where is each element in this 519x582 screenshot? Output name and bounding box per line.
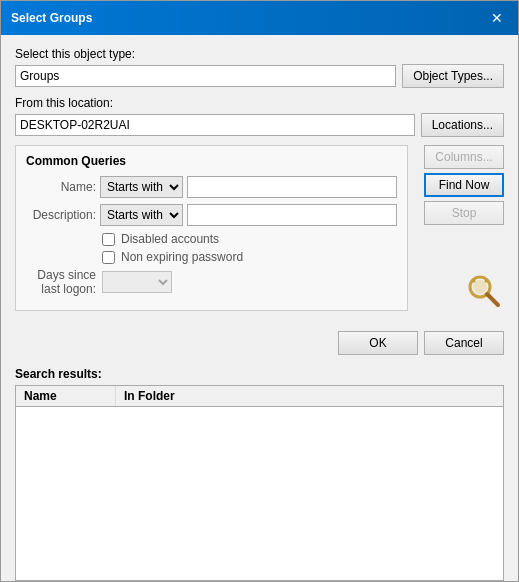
object-type-input[interactable] xyxy=(15,65,396,87)
description-label: Description: xyxy=(26,208,96,222)
col-in-folder: In Folder xyxy=(116,386,216,406)
name-query-row: Name: Starts with xyxy=(26,176,397,198)
dialog-title: Select Groups xyxy=(11,11,92,25)
name-condition-select[interactable]: Starts with xyxy=(100,176,183,198)
stop-button[interactable]: Stop xyxy=(424,201,504,225)
cancel-button[interactable]: Cancel xyxy=(424,331,504,355)
close-button[interactable]: ✕ xyxy=(486,7,508,29)
search-icon xyxy=(464,271,504,311)
disabled-accounts-checkbox[interactable] xyxy=(102,233,115,246)
col-name: Name xyxy=(16,386,116,406)
main-content: Common Queries Name: Starts with Descrip… xyxy=(15,145,504,311)
title-bar: Select Groups ✕ xyxy=(1,1,518,35)
location-section: From this location: Locations... xyxy=(15,96,504,137)
object-type-row: Object Types... xyxy=(15,64,504,88)
right-panel: Columns... Find Now Stop xyxy=(416,145,504,311)
description-input[interactable] xyxy=(187,204,397,226)
results-header: Name In Folder xyxy=(16,386,503,407)
description-query-row: Description: Starts with xyxy=(26,204,397,226)
search-icon-area xyxy=(464,263,504,311)
results-table: Name In Folder xyxy=(15,385,504,581)
common-queries-box: Common Queries Name: Starts with Descrip… xyxy=(15,145,408,311)
object-types-button[interactable]: Object Types... xyxy=(402,64,504,88)
common-queries-title: Common Queries xyxy=(26,154,397,168)
svg-line-2 xyxy=(487,294,498,305)
left-panel: Common Queries Name: Starts with Descrip… xyxy=(15,145,408,311)
find-now-button[interactable]: Find Now xyxy=(424,173,504,197)
days-logon-select[interactable] xyxy=(102,271,172,293)
bottom-section: OK Cancel Search results: Name In Folder xyxy=(1,323,518,581)
location-row: Locations... xyxy=(15,113,504,137)
location-label: From this location: xyxy=(15,96,504,110)
object-type-section: Select this object type: Object Types... xyxy=(15,47,504,88)
ok-button[interactable]: OK xyxy=(338,331,418,355)
non-expiring-row: Non expiring password xyxy=(26,250,397,264)
search-results-label: Search results: xyxy=(1,363,518,381)
disabled-accounts-label: Disabled accounts xyxy=(121,232,219,246)
locations-button[interactable]: Locations... xyxy=(421,113,504,137)
non-expiring-checkbox[interactable] xyxy=(102,251,115,264)
results-body xyxy=(16,407,503,467)
name-input[interactable] xyxy=(187,176,397,198)
days-logon-row: Days since last logon: xyxy=(26,268,397,296)
select-groups-dialog: Select Groups ✕ Select this object type:… xyxy=(0,0,519,582)
svg-point-3 xyxy=(473,280,476,283)
dialog-body: Select this object type: Object Types...… xyxy=(1,35,518,323)
description-condition-select[interactable]: Starts with xyxy=(100,204,183,226)
days-logon-label: Days since last logon: xyxy=(26,268,96,296)
disabled-accounts-row: Disabled accounts xyxy=(26,232,397,246)
object-type-label: Select this object type: xyxy=(15,47,504,61)
non-expiring-label: Non expiring password xyxy=(121,250,243,264)
location-input[interactable] xyxy=(15,114,415,136)
dialog-footer: OK Cancel xyxy=(1,323,518,363)
name-label: Name: xyxy=(26,180,96,194)
columns-button[interactable]: Columns... xyxy=(424,145,504,169)
svg-point-4 xyxy=(485,280,488,283)
svg-point-1 xyxy=(473,280,487,294)
